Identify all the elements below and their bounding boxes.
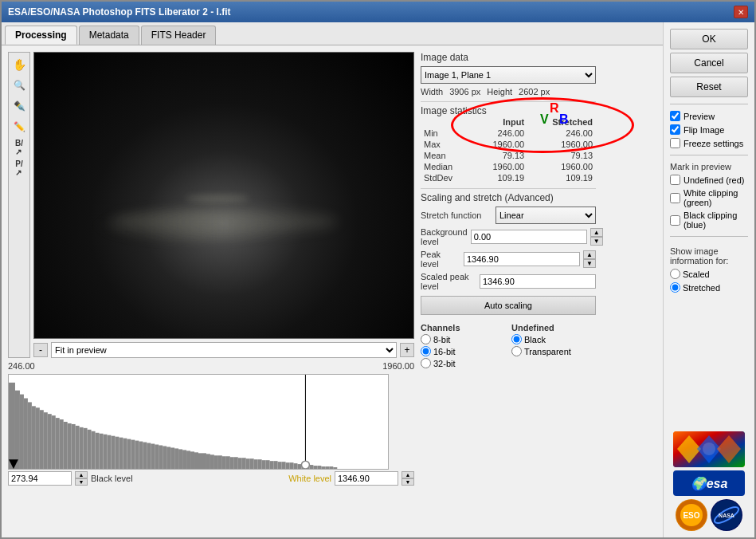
channel-32bit-radio[interactable]	[421, 358, 431, 368]
svg-rect-59	[246, 458, 250, 469]
stretch-function-row: Stretch function Linear Log Sqrt	[421, 207, 596, 224]
svg-rect-67	[278, 462, 282, 469]
undefined-black[interactable]: Black	[511, 334, 596, 344]
svg-rect-12	[60, 419, 64, 469]
peak-down-btn[interactable]: ▼	[583, 259, 596, 268]
scaling-label: Scaling and stretch (Advanced)	[421, 192, 554, 203]
white-level-input[interactable]	[335, 471, 398, 486]
svg-rect-71	[293, 463, 297, 469]
zoom-plus-button[interactable]: +	[400, 343, 414, 357]
stat-stddev-stretched: 109.19	[527, 172, 596, 183]
preview-checkbox-item[interactable]: Preview	[670, 111, 748, 121]
background-level-spinner: ▲ ▼	[590, 228, 603, 246]
svg-rect-9	[48, 414, 52, 469]
freeze-settings-checkbox-item[interactable]: Freeze settings	[670, 138, 748, 148]
stats-col-input: Input	[472, 116, 527, 128]
peak-level-input[interactable]	[464, 252, 580, 266]
image-area: - Fit in preview +	[33, 52, 414, 358]
title-bar: ESA/ESO/NASA Photoshop FITS Liberator 2 …	[2, 2, 754, 22]
channel-16bit-label: 16-bit	[433, 347, 456, 356]
eyedropper-tool-button[interactable]: ✒️	[10, 97, 28, 115]
svg-rect-6	[36, 407, 40, 469]
background-down-btn[interactable]: ▼	[590, 237, 603, 246]
channel-8bit-radio[interactable]	[421, 334, 431, 344]
flip-image-checkbox-item[interactable]: Flip Image	[670, 124, 748, 135]
p-tool-button[interactable]: P/↗	[10, 159, 28, 177]
zoom-tool-button[interactable]: 🔍	[10, 77, 28, 94]
histogram-max-label: 1960.00	[382, 361, 414, 371]
stretched-radio[interactable]	[670, 282, 680, 293]
black-level-up[interactable]: ▲	[75, 471, 88, 478]
auto-scaling-button[interactable]: Auto scaling	[421, 296, 596, 315]
undefined-red-checkbox-item[interactable]: Undefined (red)	[670, 175, 748, 185]
close-button[interactable]: ✕	[734, 6, 748, 18]
tab-fits-header[interactable]: FITS Header	[141, 26, 217, 45]
right-panel: Image data Image 1, Plane 1 Image 1, Pla…	[421, 52, 596, 531]
stat-median-input: 1960.00	[472, 161, 527, 172]
undefined-transparent[interactable]: Transparent	[511, 346, 596, 356]
ok-button[interactable]: OK	[670, 29, 748, 49]
white-clipping-checkbox[interactable]	[670, 193, 680, 203]
black-level-input[interactable]	[8, 471, 72, 486]
undefined-transparent-radio[interactable]	[511, 346, 522, 356]
svg-rect-69	[286, 462, 290, 469]
stretched-radio-item[interactable]: Stretched	[670, 282, 748, 293]
black-level-label: Black level	[91, 474, 133, 483]
zoom-select[interactable]: Fit in preview	[51, 342, 397, 358]
scaled-radio[interactable]	[670, 269, 680, 279]
svg-rect-5	[32, 406, 36, 469]
logos-bottom-row: ESO NASA	[676, 499, 742, 531]
undefined-radio-group: Black Transparent	[511, 334, 596, 356]
undefined-red-checkbox[interactable]	[670, 175, 680, 185]
background-level-input[interactable]	[471, 230, 587, 244]
svg-rect-79	[325, 466, 329, 469]
peak-level-row: Peak level ▲ ▼	[421, 250, 596, 269]
channels-undefined-row: Channels 8-bit 16-bit	[421, 323, 596, 368]
svg-rect-75	[309, 465, 313, 469]
channel-16bit[interactable]: 16-bit	[421, 346, 505, 356]
undefined-black-radio[interactable]	[511, 334, 522, 344]
reset-button[interactable]: Reset	[670, 77, 748, 97]
white-clipping-checkbox-item[interactable]: White clipping (green)	[670, 188, 748, 207]
pencil-tool-button[interactable]: ✏️	[10, 118, 28, 136]
zoom-minus-button[interactable]: -	[33, 343, 48, 357]
svg-rect-39	[166, 447, 170, 469]
preview-checkbox[interactable]	[670, 111, 680, 121]
stats-table: Input Stretched Min 246.00 246.00	[421, 116, 596, 183]
black-level-down[interactable]: ▼	[75, 478, 88, 486]
svg-rect-72	[297, 464, 301, 469]
toolbar: ✋ 🔍 ✒️ ✏️ B/↗ P/↗	[8, 52, 30, 358]
undefined-transparent-label: Transparent	[524, 347, 571, 356]
black-clipping-checkbox-item[interactable]: Black clipping (blue)	[670, 210, 748, 230]
cancel-button[interactable]: Cancel	[670, 53, 748, 73]
svg-rect-0	[9, 383, 15, 469]
black-clipping-checkbox[interactable]	[670, 215, 680, 226]
hand-tool-button[interactable]: ✋	[10, 56, 28, 73]
white-level-up[interactable]: ▲	[402, 471, 414, 478]
b-tool-button[interactable]: B/↗	[10, 139, 28, 156]
svg-rect-46	[194, 452, 198, 469]
scaled-peak-input[interactable]	[480, 274, 596, 289]
flip-image-checkbox[interactable]	[670, 124, 680, 135]
peak-up-btn[interactable]: ▲	[583, 250, 596, 259]
svg-rect-56	[234, 457, 238, 469]
svg-rect-63	[262, 460, 266, 469]
freeze-settings-checkbox[interactable]	[670, 138, 680, 148]
channel-16bit-radio[interactable]	[421, 346, 431, 356]
svg-rect-54	[226, 456, 230, 469]
scaled-radio-item[interactable]: Scaled	[670, 269, 748, 279]
scaled-peak-label: Scaled peak level	[421, 272, 476, 291]
tab-metadata[interactable]: Metadata	[79, 26, 139, 45]
channel-8bit-label: 8-bit	[433, 335, 450, 344]
svg-rect-7	[40, 410, 44, 469]
background-up-btn[interactable]: ▲	[590, 228, 603, 237]
channel-32bit[interactable]: 32-bit	[421, 358, 505, 368]
tab-processing[interactable]: Processing	[5, 26, 77, 45]
stretch-function-select[interactable]: Linear Log Sqrt	[496, 207, 596, 224]
svg-rect-70	[290, 462, 294, 469]
histogram-container	[8, 374, 389, 470]
white-level-down[interactable]: ▼	[402, 478, 414, 486]
stats-col-name	[421, 116, 472, 128]
channel-8bit[interactable]: 8-bit	[421, 334, 505, 344]
image-plane-select[interactable]: Image 1, Plane 1 Image 1, Plane 2 Image …	[421, 66, 596, 84]
